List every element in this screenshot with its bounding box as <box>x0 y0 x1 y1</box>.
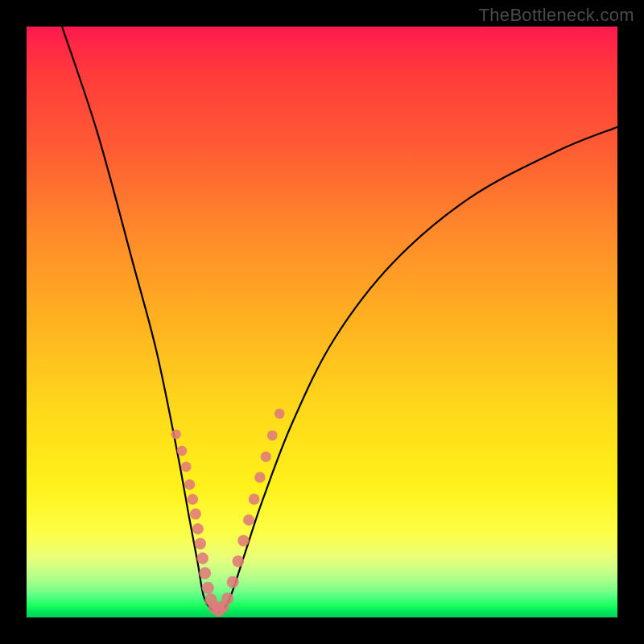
highlight-dot <box>221 592 233 605</box>
highlight-dot <box>188 494 198 505</box>
highlight-dot <box>171 429 181 439</box>
highlight-dot <box>261 452 271 462</box>
highlight-dot <box>233 555 245 568</box>
highlight-dot <box>192 523 204 535</box>
highlight-dot <box>249 493 260 505</box>
highlight-dot <box>227 576 239 588</box>
highlight-dot <box>196 552 208 564</box>
highlight-dot <box>177 446 188 456</box>
bottleneck-chart-svg <box>27 27 617 617</box>
bottleneck-curve-line <box>62 27 617 612</box>
highlight-dot <box>190 509 201 520</box>
highlight-dot <box>275 409 285 419</box>
highlight-dot <box>254 472 265 482</box>
highlight-dot <box>199 568 211 580</box>
chart-frame <box>27 27 617 617</box>
watermark-text: TheBottleneck.com <box>479 5 634 26</box>
highlight-dot <box>237 535 249 546</box>
highlight-dot <box>184 479 195 489</box>
highlight-dot <box>243 514 254 526</box>
highlight-dot <box>202 582 214 594</box>
highlight-dot <box>181 461 192 472</box>
highlight-dot <box>267 431 278 441</box>
highlight-dot <box>195 538 206 549</box>
